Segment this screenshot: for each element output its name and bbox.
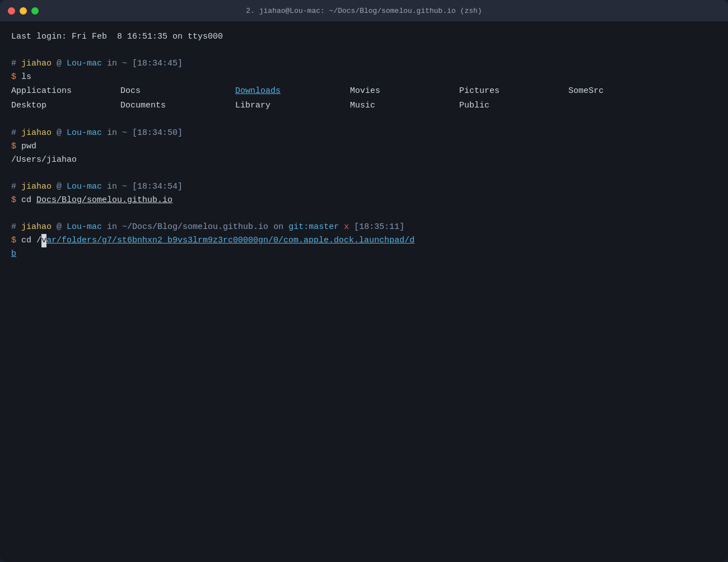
prompt-1-hash-line: # jiahao @ Lou-mac in ~ [18:34:45] [11, 57, 717, 71]
prompt-1-time: [18:34:45] [132, 57, 183, 71]
prompt-3-cd: cd [21, 194, 36, 207]
prompt-3-user: jiahao [21, 180, 52, 194]
prompt-3-hash: # [11, 180, 21, 194]
prompt-2-at: @ [52, 127, 67, 140]
ls-item-documents: Documents [120, 99, 235, 113]
prompt-4-git-on: on [273, 221, 288, 234]
prompt-2-in: in [102, 127, 122, 140]
ls-output: Applications Docs Downloads Movies Pictu… [11, 84, 717, 113]
prompt-4-user: jiahao [21, 221, 52, 234]
prompt-4-cursor: v [41, 234, 46, 247]
prompt-1-host: Lou-mac [67, 57, 102, 71]
prompt-3-in: in [102, 180, 122, 194]
prompt-4-space [349, 221, 354, 234]
prompt-2-time: [18:34:50] [132, 127, 183, 140]
prompt-1-in: in [102, 57, 122, 71]
ls-item-applications: Applications [11, 84, 120, 99]
prompt-4-at: @ [52, 221, 67, 234]
prompt-3-cmd-line: $ cd Docs/Blog/somelou.github.io [11, 194, 717, 207]
prompt-4-dollar: $ [11, 234, 21, 247]
last-login-line: Last login: Fri Feb 8 16:51:35 on ttys00… [11, 30, 717, 44]
prompt-4-cmd-line: $ cd /var/folders/g7/st6bnhxn2_b9vs3lrm9… [11, 234, 717, 247]
prompt-1-at: @ [52, 57, 67, 71]
prompt-3-host: Lou-mac [67, 180, 102, 194]
prompt-4-in: in [102, 221, 122, 234]
prompt-1-path: ~ [122, 57, 132, 71]
ls-item-desktop: Desktop [11, 99, 120, 113]
prompt-4-git-branch: git:master [288, 221, 339, 234]
last-login-text: Last login: Fri Feb 8 16:51:35 on ttys00… [11, 30, 223, 44]
pwd-output-line: /Users/jiahao [11, 153, 717, 167]
ls-item-library: Library [235, 99, 350, 113]
prompt-2-hash-line: # jiahao @ Lou-mac in ~ [18:34:50] [11, 127, 717, 140]
prompt-2-dollar: $ [11, 140, 21, 153]
window-title: 2. jiahao@Lou-mac: ~/Docs/Blog/somelou.g… [246, 7, 482, 15]
prompt-3-dollar: $ [11, 194, 21, 207]
maximize-button[interactable] [31, 7, 39, 15]
close-button[interactable] [8, 7, 15, 15]
prompt-2-command: pwd [21, 140, 36, 153]
prompt-3-hash-line: # jiahao @ Lou-mac in ~ [18:34:54] [11, 180, 717, 194]
traffic-lights [8, 7, 39, 15]
ls-item-somesrc: SomeSrc [568, 84, 652, 99]
ls-item-downloads: Downloads [235, 84, 350, 99]
prompt-1-dollar: $ [11, 71, 21, 84]
prompt-4-hash: # [11, 221, 21, 234]
prompt-4-continuation-text: b [11, 247, 16, 261]
minimize-button[interactable] [20, 7, 27, 15]
prompt-4-hash-line: # jiahao @ Lou-mac in ~/Docs/Blog/somelo… [11, 221, 717, 234]
prompt-3-path: ~ [122, 180, 132, 194]
pwd-output: /Users/jiahao [11, 153, 77, 167]
prompt-3-time: [18:34:54] [132, 180, 183, 194]
prompt-2-hash: # [11, 127, 21, 140]
ls-item-docs: Docs [120, 84, 235, 99]
titlebar: 2. jiahao@Lou-mac: ~/Docs/Blog/somelou.g… [0, 0, 728, 21]
prompt-4-path: ~/Docs/Blog/somelou.github.io [122, 221, 273, 234]
prompt-4-git-x: x [344, 221, 349, 234]
prompt-4-continuation: b [11, 247, 717, 261]
prompt-4-cd: cd / [21, 234, 41, 247]
terminal-body[interactable]: Last login: Fri Feb 8 16:51:35 on ttys00… [0, 21, 728, 562]
prompt-3-path-arg: Docs/Blog/somelou.github.io [36, 194, 172, 207]
prompt-1-user: jiahao [21, 57, 52, 71]
prompt-4-git-space [339, 221, 344, 234]
prompt-2-user: jiahao [21, 127, 52, 140]
terminal-window: 2. jiahao@Lou-mac: ~/Docs/Blog/somelou.g… [0, 0, 728, 562]
prompt-2-cmd-line: $ pwd [11, 140, 717, 153]
prompt-3-at: @ [52, 180, 67, 194]
prompt-1-hash: # [11, 57, 21, 71]
ls-item-movies: Movies [350, 84, 459, 99]
ls-item-music: Music [350, 99, 459, 113]
prompt-4-host: Lou-mac [67, 221, 102, 234]
prompt-1-command: ls [21, 71, 31, 84]
prompt-4-time: [18:35:11] [354, 221, 404, 234]
prompt-2-path: ~ [122, 127, 132, 140]
ls-item-pictures: Pictures [459, 84, 568, 99]
ls-item-public: Public [459, 99, 568, 113]
prompt-4-path-main: ar/folders/g7/st6bnhxn2_b9vs3lrm9z3rc000… [46, 234, 414, 247]
prompt-1-cmd-line: $ ls [11, 71, 717, 84]
ls-item-empty [568, 99, 652, 113]
prompt-2-host: Lou-mac [67, 127, 102, 140]
